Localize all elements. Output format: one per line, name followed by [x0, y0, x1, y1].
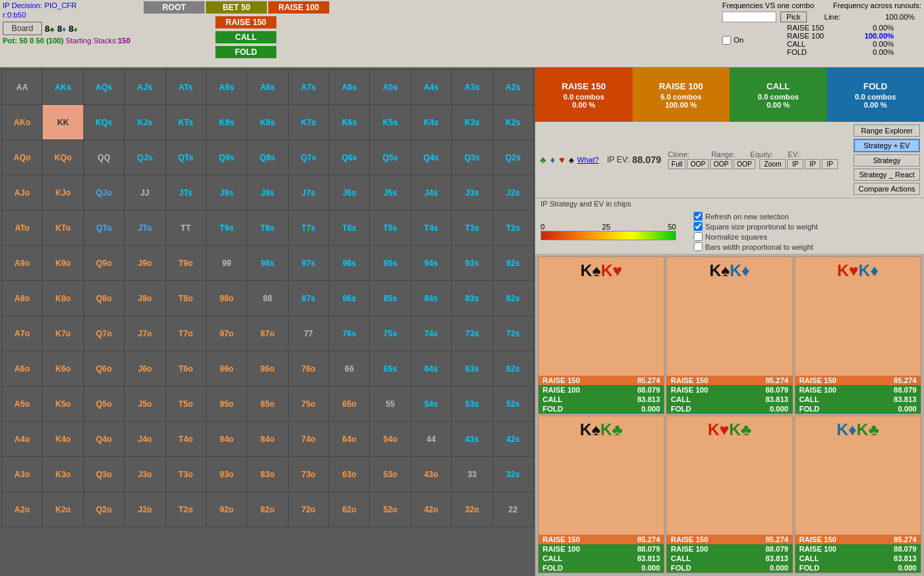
clone-full-btn[interactable]: Full	[668, 159, 686, 169]
grid-cell-k3o[interactable]: K3o	[43, 457, 83, 492]
grid-cell-72o[interactable]: 72o	[288, 492, 329, 527]
grid-cell-93o[interactable]: 93o	[206, 457, 247, 492]
grid-cell-73o[interactable]: 73o	[288, 457, 329, 492]
board-button[interactable]: Board	[3, 22, 42, 35]
grid-cell-j3s[interactable]: J3s	[452, 175, 492, 211]
grid-cell-k8o[interactable]: K8o	[43, 281, 83, 316]
grid-cell-ato[interactable]: ATo	[2, 211, 43, 246]
grid-cell-jj[interactable]: JJ	[125, 175, 165, 211]
raise150-button[interactable]: RAISE 150	[215, 16, 276, 28]
grid-cell-55[interactable]: 55	[370, 386, 411, 422]
bars-width-checkbox-row[interactable]: Bars width proportional to weight	[694, 242, 818, 251]
grid-cell-qjs[interactable]: QJs	[125, 140, 165, 175]
grid-cell-a9s[interactable]: A9s	[206, 70, 247, 105]
grid-cell-54o[interactable]: 54o	[370, 422, 411, 457]
grid-cell-65o[interactable]: 65o	[329, 386, 370, 422]
grid-cell-98s[interactable]: 98s	[247, 246, 288, 281]
grid-cell-t7s[interactable]: T7s	[288, 211, 329, 246]
grid-cell-k5s[interactable]: K5s	[370, 105, 411, 140]
grid-cell-82o[interactable]: 82o	[247, 492, 288, 527]
combo-card-5[interactable]: K♦K♣RAISE 15085.274RAISE 10088.079CALL83…	[795, 416, 921, 573]
summary-fold[interactable]: FOLD 0.0 combos 0.00 %	[827, 68, 925, 122]
grid-cell-73s[interactable]: 73s	[452, 316, 492, 351]
compare-actions-btn[interactable]: Compare Actions	[854, 183, 920, 195]
summary-raise100[interactable]: RAISE 100 6.0 combos 100.00 %	[633, 68, 730, 122]
grid-cell-k4o[interactable]: K4o	[43, 422, 83, 457]
on-checkbox[interactable]	[722, 36, 731, 45]
grid-cell-j8s[interactable]: J8s	[247, 175, 288, 211]
normalize-checkbox-row[interactable]: Normalize squares	[694, 232, 818, 241]
grid-cell-32s[interactable]: 32s	[492, 457, 534, 492]
grid-cell-k5o[interactable]: K5o	[43, 386, 83, 422]
grid-cell-74s[interactable]: 74s	[411, 316, 451, 351]
grid-cell-q2o[interactable]: Q2o	[83, 492, 124, 527]
grid-cell-q5s[interactable]: Q5s	[370, 140, 411, 175]
grid-cell-a3s[interactable]: A3s	[452, 70, 492, 105]
pick-button[interactable]: Pick	[780, 12, 807, 22]
grid-cell-j6s[interactable]: J6s	[329, 175, 370, 211]
grid-cell-62s[interactable]: 62s	[492, 351, 534, 386]
grid-cell-j2o[interactable]: J2o	[125, 492, 165, 527]
grid-cell-qq[interactable]: QQ	[83, 140, 124, 175]
grid-cell-84s[interactable]: 84s	[411, 281, 451, 316]
grid-cell-76o[interactable]: 76o	[288, 351, 329, 386]
combo-card-4[interactable]: K♥K♣RAISE 15085.274RAISE 10088.079CALL83…	[666, 416, 793, 573]
grid-cell-k6o[interactable]: K6o	[43, 351, 83, 386]
grid-cell-43o[interactable]: 43o	[411, 457, 451, 492]
grid-cell-aqo[interactable]: AQo	[2, 140, 43, 175]
grid-cell-t3o[interactable]: T3o	[165, 457, 206, 492]
grid-cell-ajo[interactable]: AJo	[2, 175, 43, 211]
grid-cell-44[interactable]: 44	[411, 422, 451, 457]
grid-cell-k8s[interactable]: K8s	[247, 105, 288, 140]
grid-cell-q8s[interactable]: Q8s	[247, 140, 288, 175]
grid-cell-96o[interactable]: 96o	[206, 351, 247, 386]
clone-oop-btn-3[interactable]: OOP	[734, 159, 755, 169]
grid-cell-tt[interactable]: TT	[165, 211, 206, 246]
grid-cell-kqs[interactable]: KQs	[83, 105, 124, 140]
clone-oop-btn-2[interactable]: OOP	[710, 159, 732, 169]
grid-cell-86o[interactable]: 86o	[247, 351, 288, 386]
fold-button[interactable]: FOLD	[215, 46, 276, 58]
grid-cell-75o[interactable]: 75o	[288, 386, 329, 422]
grid-cell-a4o[interactable]: A4o	[2, 422, 43, 457]
grid-cell-63s[interactable]: 63s	[452, 351, 492, 386]
grid-cell-a6o[interactable]: A6o	[2, 351, 43, 386]
grid-cell-92s[interactable]: 92s	[492, 246, 534, 281]
grid-cell-95s[interactable]: 95s	[370, 246, 411, 281]
grid-cell-a5s[interactable]: A5s	[370, 70, 411, 105]
grid-cell-32o[interactable]: 32o	[452, 492, 492, 527]
grid-cell-j4o[interactable]: J4o	[125, 422, 165, 457]
range-explorer-btn[interactable]: Range Explorer	[854, 125, 920, 137]
grid-cell-42s[interactable]: 42s	[492, 422, 534, 457]
grid-cell-q9s[interactable]: Q9s	[206, 140, 247, 175]
grid-cell-q3o[interactable]: Q3o	[83, 457, 124, 492]
grid-cell-t6s[interactable]: T6s	[329, 211, 370, 246]
pick-input[interactable]	[722, 12, 776, 22]
grid-cell-t4o[interactable]: T4o	[165, 422, 206, 457]
grid-cell-85s[interactable]: 85s	[370, 281, 411, 316]
grid-cell-aqs[interactable]: AQs	[83, 70, 124, 105]
grid-cell-k9o[interactable]: K9o	[43, 246, 83, 281]
grid-cell-a9o[interactable]: A9o	[2, 246, 43, 281]
combo-card-1[interactable]: K♠K♦RAISE 15085.274RAISE 10088.079CALL83…	[666, 257, 793, 414]
grid-cell-62o[interactable]: 62o	[329, 492, 370, 527]
grid-cell-96s[interactable]: 96s	[329, 246, 370, 281]
grid-cell-a8s[interactable]: A8s	[247, 70, 288, 105]
grid-cell-t2o[interactable]: T2o	[165, 492, 206, 527]
grid-cell-86s[interactable]: 86s	[329, 281, 370, 316]
grid-cell-q7o[interactable]: Q7o	[83, 316, 124, 351]
grid-cell-53s[interactable]: 53s	[452, 386, 492, 422]
combo-card-2[interactable]: K♥K♦RAISE 15085.274RAISE 10088.079CALL83…	[795, 257, 921, 414]
what-link[interactable]: What?	[577, 156, 599, 164]
square-size-checkbox-row[interactable]: Square size proportional to weight	[694, 222, 818, 231]
grid-cell-t8s[interactable]: T8s	[247, 211, 288, 246]
call-button[interactable]: CALL	[215, 31, 276, 43]
grid-cell-t7o[interactable]: T7o	[165, 316, 206, 351]
grid-cell-qts[interactable]: QTs	[165, 140, 206, 175]
grid-cell-64s[interactable]: 64s	[411, 351, 451, 386]
grid-cell-a4s[interactable]: A4s	[411, 70, 451, 105]
grid-cell-92o[interactable]: 92o	[206, 492, 247, 527]
summary-call[interactable]: CALL 0.0 combos 0.00 %	[730, 68, 827, 122]
grid-cell-a8o[interactable]: A8o	[2, 281, 43, 316]
grid-cell-76s[interactable]: 76s	[329, 316, 370, 351]
